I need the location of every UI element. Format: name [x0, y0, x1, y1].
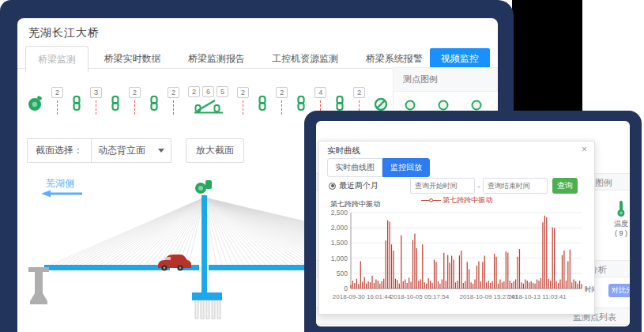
sensor-point[interactable]: 2	[237, 87, 249, 115]
query-end-input[interactable]	[483, 178, 548, 194]
tab-monitor-playback[interactable]: 监控回放	[382, 158, 430, 177]
search-button[interactable]: 查询	[552, 178, 578, 194]
temperature-count: ( 9 )	[605, 229, 630, 237]
legend-line-icon	[421, 200, 429, 201]
sensor-point[interactable]: 2	[276, 87, 288, 115]
compare-analysis-button[interactable]: 对比分析	[608, 284, 630, 297]
sensor-count-badge: 3	[90, 87, 102, 98]
svg-text:2018-10-05 05:17:54: 2018-10-05 05:17:54	[390, 293, 450, 300]
tab-realtime-curve-view[interactable]: 实时曲线图	[327, 158, 382, 177]
sensor-icon[interactable]	[405, 100, 416, 111]
range-separator: -	[475, 182, 483, 191]
sensor-count-badge: 2	[129, 87, 141, 98]
svg-text:1,000: 1,000	[331, 255, 348, 262]
dashed-line	[243, 100, 243, 115]
dashed-line	[281, 100, 282, 115]
page-title: 芜湖长江大桥	[28, 26, 100, 40]
tab-realtime-data[interactable]: 桥梁实时数据	[92, 46, 172, 71]
tab-bridge-monitor[interactable]: 桥梁监测	[25, 46, 89, 73]
svg-text:1,500: 1,500	[331, 239, 348, 247]
sensor-icon[interactable]	[438, 100, 449, 111]
tab-monitor-report[interactable]: 桥梁监测报告	[176, 46, 257, 71]
tab-ipc-resource[interactable]: 工控机资源监测	[260, 46, 350, 71]
sensor-count-badge: 6	[202, 86, 214, 97]
sensor-point[interactable]: 2	[168, 87, 179, 115]
modal-title: 实时曲线	[327, 145, 360, 157]
temperature-label: 温度	[605, 219, 630, 229]
video-monitor-button[interactable]: 视频监控	[430, 48, 490, 70]
realtime-curve-page: 测点图例 温度 ( 9 ) 对比分析 对比分析 监测点列表 实时曲线 × 实时曲…	[316, 121, 630, 326]
svg-text:2018-10-13 11:03:41: 2018-10-13 11:03:41	[508, 293, 567, 300]
svg-text:2018-09-30 16:01:44: 2018-09-30 16:01:44	[333, 293, 392, 300]
section-select-row: 截面选择： 动态背立面 放大截面	[27, 138, 244, 163]
clock-icon	[27, 94, 43, 111]
chain-link-icon	[111, 96, 120, 111]
chain-link-icon	[296, 96, 306, 111]
close-icon[interactable]: ×	[582, 144, 587, 155]
left-pier	[28, 267, 49, 304]
query-row: 最近两个月 - 查询	[329, 178, 586, 194]
dashed-line	[173, 100, 174, 115]
dashed-line	[134, 100, 135, 115]
chevron-down-icon	[158, 149, 164, 153]
sensor-count-badge: 5	[217, 86, 228, 97]
tower-foundation	[192, 292, 222, 319]
radio-label: 最近两个月	[339, 180, 378, 191]
realtime-chart: 05001,0001,5002,0002,5002018-09-30 16:01…	[321, 206, 594, 311]
chain-link-icon	[149, 96, 159, 111]
chain-icon[interactable]	[149, 96, 159, 115]
chain-link-icon	[72, 96, 81, 111]
svg-text:500: 500	[337, 270, 348, 277]
legend-line-icon	[433, 200, 441, 201]
crane-icon	[194, 99, 223, 115]
chain-icon[interactable]	[258, 96, 267, 115]
svg-text:0: 0	[344, 285, 348, 292]
sensor-point[interactable]: 3	[90, 87, 102, 115]
sensor-cluster[interactable]: 265	[188, 86, 228, 115]
realtime-curve-window: 测点图例 温度 ( 9 ) 对比分析 对比分析 监测点列表 实时曲线 × 实时曲…	[304, 111, 642, 332]
realtime-curve-modal: 实时曲线 × 实时曲线图 监控回放 最近两个月 - 查询 第七跨跨中振动 第七跨…	[318, 141, 595, 315]
chain-icon[interactable]	[72, 96, 81, 115]
sensor-count-badge: 2	[276, 87, 288, 98]
section-select-dropdown[interactable]: 动态背立面	[91, 138, 171, 163]
sensor-count-badge: 2	[51, 87, 63, 98]
sensor-count-badge: 2	[188, 86, 200, 97]
sensor-count-badge: 2	[237, 87, 249, 98]
clock-icon[interactable]	[27, 94, 43, 115]
sensor-count-badge: 4	[314, 87, 326, 98]
prohibit-icon	[374, 97, 388, 111]
sensor-count-badge: 2	[353, 87, 365, 98]
section-select-label: 截面选择：	[27, 138, 91, 163]
tower-top-sensor-icon[interactable]	[195, 180, 212, 194]
radio-last-two-months[interactable]	[329, 183, 336, 190]
chain-icon[interactable]	[296, 96, 306, 115]
bridge-side-label: 芜湖侧	[46, 178, 74, 189]
chain-link-icon	[335, 96, 345, 111]
thermometer-icon	[616, 200, 626, 217]
chart-legend-label: 第七跨跨中振动	[443, 196, 492, 204]
backdrop-black	[512, 0, 582, 115]
bridge-tower	[201, 195, 207, 292]
sensor-row: 23222652242	[27, 70, 406, 115]
left-arrow-icon	[41, 191, 82, 198]
legend-panel-title: 测点图例	[394, 67, 498, 92]
query-start-input[interactable]	[410, 178, 475, 194]
svg-text:时间: 时间	[585, 285, 594, 293]
temperature-item[interactable]: 温度 ( 9 )	[605, 200, 630, 237]
sensor-point[interactable]: 2	[51, 87, 63, 115]
main-tabbar: 桥梁监测 桥梁实时数据 桥梁监测报告 工控机资源监测 桥梁系统报警	[17, 45, 498, 69]
sensor-count-badge: 2	[168, 87, 179, 98]
sensor-point[interactable]: 2	[129, 87, 141, 115]
zoom-section-button[interactable]: 放大截面	[186, 138, 244, 163]
dashed-line	[96, 100, 96, 115]
chain-link-icon	[258, 96, 267, 111]
svg-text:2,500: 2,500	[331, 209, 348, 217]
section-select-value: 动态背立面	[98, 144, 145, 157]
chain-icon[interactable]	[111, 96, 120, 115]
modal-tabbar: 实时曲线图 监控回放	[327, 158, 430, 177]
dashed-line	[57, 100, 58, 115]
svg-text:2,000: 2,000	[331, 224, 348, 232]
sensor-icon[interactable]	[471, 100, 482, 111]
